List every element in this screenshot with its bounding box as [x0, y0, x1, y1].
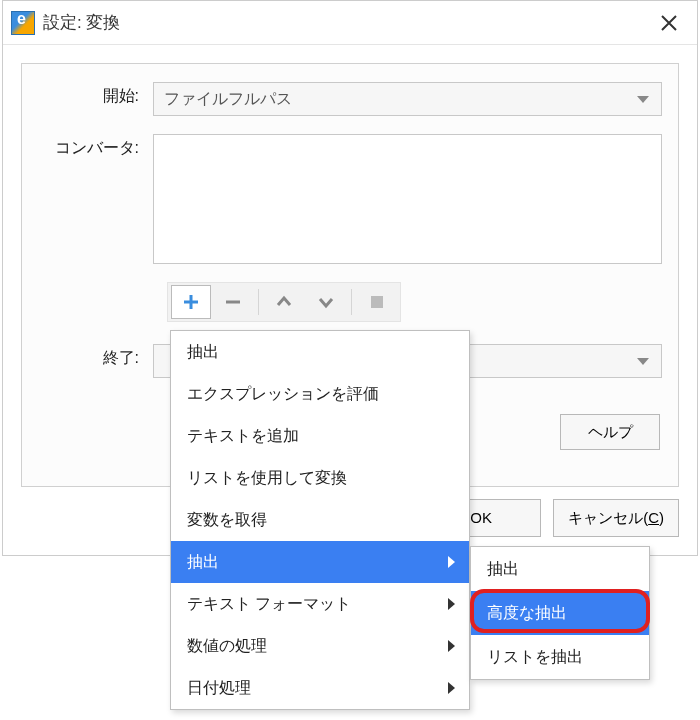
- menu-item-convert-with-list[interactable]: リストを使用して変換: [171, 457, 469, 499]
- move-up-button[interactable]: [264, 285, 304, 319]
- edit-button[interactable]: [357, 285, 397, 319]
- menu-item-label: エクスプレッションを評価: [187, 384, 379, 405]
- menu-item-eval-expression[interactable]: エクスプレッションを評価: [171, 373, 469, 415]
- start-dropdown-value: ファイルフルパス: [164, 89, 292, 110]
- toolbar-separator: [258, 289, 259, 315]
- plus-icon: [182, 293, 200, 311]
- menu-item-label: テキスト フォーマット: [187, 594, 351, 615]
- row-converter: コンバータ:: [38, 134, 662, 264]
- cancel-accelerator: C: [648, 509, 659, 526]
- start-dropdown[interactable]: ファイルフルパス: [153, 82, 662, 116]
- cancel-label-suffix: ): [659, 509, 664, 526]
- menu-item-add-text[interactable]: テキストを追加: [171, 415, 469, 457]
- menu-item-label: テキストを追加: [187, 426, 299, 447]
- menu-item-date-processing[interactable]: 日付処理: [171, 667, 469, 709]
- remove-button[interactable]: [213, 285, 253, 319]
- add-button[interactable]: [171, 285, 211, 319]
- chevron-up-icon: [275, 293, 293, 311]
- titlebar: 設定: 変換: [3, 1, 697, 45]
- menu-item-label: 変数を取得: [187, 510, 267, 531]
- menu-item-label: 抽出: [187, 552, 219, 573]
- add-converter-menu: 抽出 エクスプレッションを評価 テキストを追加 リストを使用して変換 変数を取得…: [170, 330, 470, 710]
- end-label: 終了:: [38, 344, 153, 378]
- menu-item-label: 抽出: [487, 559, 519, 580]
- submenu-item-advanced-extract[interactable]: 高度な抽出: [471, 591, 649, 635]
- row-start: 開始: ファイルフルパス: [38, 82, 662, 116]
- converter-textarea[interactable]: [153, 134, 662, 264]
- toolbar-separator: [351, 289, 352, 315]
- menu-item-label: リストを抽出: [487, 647, 583, 668]
- svg-rect-0: [371, 296, 383, 308]
- menu-item-label: 数値の処理: [187, 636, 267, 657]
- minus-icon: [224, 293, 242, 311]
- start-label: 開始:: [38, 82, 153, 116]
- chevron-down-icon: [317, 293, 335, 311]
- move-down-button[interactable]: [306, 285, 346, 319]
- cancel-button[interactable]: キャンセル(C): [553, 499, 679, 537]
- submenu-item-extract[interactable]: 抽出: [471, 547, 649, 591]
- submenu-item-extract-list[interactable]: リストを抽出: [471, 635, 649, 679]
- extract-submenu: 抽出 高度な抽出 リストを抽出: [470, 546, 650, 680]
- menu-item-label: 日付処理: [187, 678, 251, 699]
- cancel-label-prefix: キャンセル(: [568, 509, 648, 526]
- converter-label: コンバータ:: [38, 134, 153, 264]
- window-title: 設定: 変換: [43, 11, 120, 34]
- menu-item-label: リストを使用して変換: [187, 468, 347, 489]
- menu-item-extract[interactable]: 抽出: [171, 331, 469, 373]
- close-icon: [660, 14, 678, 32]
- converter-toolbar: [167, 282, 401, 322]
- menu-item-text-format[interactable]: テキスト フォーマット: [171, 583, 469, 625]
- menu-item-number-processing[interactable]: 数値の処理: [171, 625, 469, 667]
- app-icon: [11, 11, 35, 35]
- menu-item-label: 高度な抽出: [487, 603, 567, 624]
- close-button[interactable]: [649, 3, 689, 43]
- help-button[interactable]: ヘルプ: [560, 414, 660, 450]
- menu-item-get-variable[interactable]: 変数を取得: [171, 499, 469, 541]
- edit-icon: [368, 293, 386, 311]
- menu-item-label: 抽出: [187, 342, 219, 363]
- menu-item-extract-submenu[interactable]: 抽出: [171, 541, 469, 583]
